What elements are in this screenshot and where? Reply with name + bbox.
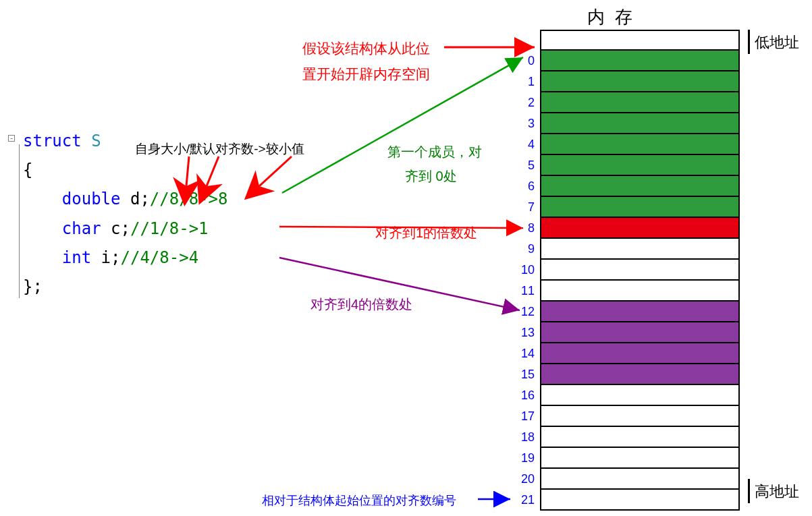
offset-index: 10 — [514, 263, 535, 277]
memory-cell — [540, 92, 740, 113]
memory-cell — [540, 469, 740, 490]
memory-cell — [540, 322, 740, 343]
offset-index: 2 — [514, 96, 535, 110]
high-address-label: 高地址 — [755, 482, 799, 502]
assume-note: 假设该结构体从此位 — [302, 39, 430, 58]
high-addr-marker — [748, 479, 750, 503]
brace-close: }; — [23, 277, 43, 296]
memory-cell — [540, 406, 740, 427]
offset-index: 4 — [514, 138, 535, 152]
offset-index: 0 — [514, 54, 535, 68]
offset-index: 11 — [514, 284, 535, 298]
svg-line-7 — [259, 156, 292, 186]
align4-note: 对齐到4的倍数处 — [310, 295, 412, 314]
offset-index: 19 — [514, 451, 535, 465]
code-member: d; — [121, 190, 150, 208]
fold-gutter-icon: - — [8, 135, 15, 142]
offset-index: 7 — [514, 200, 535, 214]
memory-cell — [540, 71, 740, 92]
code-type: int — [62, 248, 91, 267]
offset-index: 17 — [514, 409, 535, 424]
code-comment: //4/8->4 — [121, 248, 199, 267]
memory-cell — [540, 239, 740, 260]
offset-index: 9 — [514, 242, 535, 256]
code-type: char — [62, 219, 101, 238]
memory-cell — [540, 218, 740, 239]
memory-cell — [540, 260, 740, 281]
offset-index: 5 — [514, 159, 535, 173]
memory-title: 内 存 — [587, 5, 635, 29]
memory-cell — [540, 197, 740, 218]
memory-cell — [540, 427, 740, 448]
memory-cell — [540, 385, 740, 406]
offset-index: 8 — [514, 221, 535, 235]
memory-cell — [540, 448, 740, 469]
offset-index: 3 — [514, 117, 535, 131]
offset-index: 14 — [514, 347, 535, 361]
memory-cell — [540, 134, 740, 155]
memory-cell — [540, 281, 740, 302]
assume-note: 置开始开辟内存空间 — [302, 65, 430, 84]
offset-index: 18 — [514, 430, 535, 445]
code-keyword: struct — [23, 132, 82, 150]
offset-index: 12 — [514, 305, 535, 319]
align1-note: 对齐到1的倍数处 — [375, 224, 477, 242]
first-member-note: 第一个成员，对 — [387, 143, 482, 161]
memory-cell — [540, 113, 740, 134]
offset-legend: 相对于结构体起始位置的对齐数编号 — [262, 492, 456, 509]
low-address-label: 低地址 — [755, 32, 799, 53]
memory-cell — [540, 343, 740, 364]
memory-cell — [540, 302, 740, 322]
offset-index: 16 — [514, 389, 535, 403]
offset-index: 20 — [514, 472, 535, 486]
offset-index: 13 — [514, 326, 535, 340]
low-addr-marker — [748, 30, 750, 54]
self-size-note: 自身大小/默认对齐数->较小值 — [135, 140, 304, 158]
fold-gutter-line — [19, 144, 20, 298]
brace-open: { — [23, 161, 32, 179]
memory-cell — [540, 51, 740, 71]
code-comment: //1/8->1 — [130, 219, 209, 238]
offset-index: 21 — [514, 493, 535, 507]
memory-cell — [540, 364, 740, 385]
code-comment: //8/8->8 — [150, 190, 228, 208]
code-member: i; — [91, 248, 120, 267]
memory-cell-top — [540, 30, 740, 51]
first-member-note: 齐到 0处 — [405, 167, 457, 185]
code-identifier: S — [91, 132, 101, 150]
memory-cell — [540, 176, 740, 197]
memory-cell — [540, 155, 740, 176]
code-member: c; — [101, 219, 130, 238]
offset-index: 6 — [514, 179, 535, 194]
code-type: double — [62, 190, 121, 208]
offset-index: 1 — [514, 75, 535, 89]
offset-index: 15 — [514, 368, 535, 382]
memory-cell — [540, 490, 740, 511]
